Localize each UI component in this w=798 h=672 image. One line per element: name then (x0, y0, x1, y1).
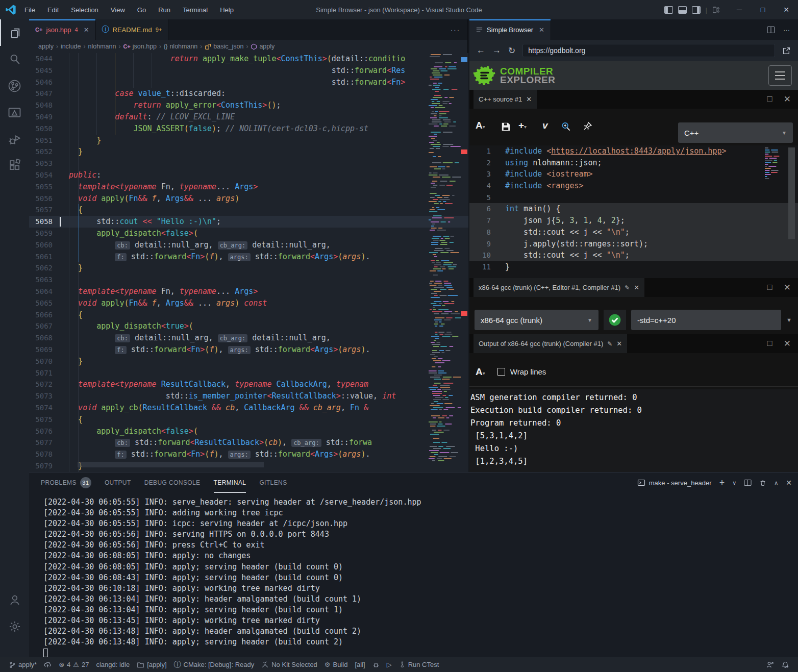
cmake-build-type[interactable]: ⓘ CMake: [Debug]: Ready (170, 657, 258, 672)
breadcrumb-item[interactable]: apply (259, 43, 275, 50)
rename-icon[interactable]: ✎ (607, 340, 612, 347)
ce-code-line[interactable]: 9 j.apply(std::ranges::sort); (469, 238, 798, 250)
ce-code-line[interactable]: 2using nlohmann::json; (469, 157, 798, 169)
code-line[interactable]: 5057{ (29, 204, 468, 216)
code-line[interactable]: 5060cb: detail::null_arg, cb_arg: detail… (29, 239, 468, 251)
breadcrumb-item[interactable]: nlohmann (169, 43, 197, 50)
panel-tab-debug-console[interactable]: DEBUG CONSOLE (144, 472, 201, 493)
code-line[interactable]: 5044return apply_make_tuple<ConstThis>(d… (29, 53, 468, 65)
horizontal-scrollbar[interactable] (78, 462, 264, 467)
back-icon[interactable]: ← (477, 45, 485, 56)
editor-actions-more-icon[interactable]: ··· (783, 26, 790, 34)
ce-code-line[interactable]: 4#include <ranges> (469, 180, 798, 192)
close-tab-icon[interactable]: ✕ (84, 26, 89, 34)
tab-json-hpp[interactable]: C+ json.hpp 4 ✕ (29, 19, 96, 40)
launch-button[interactable]: ▷ (383, 657, 395, 672)
ce-code-line[interactable]: 7 json j{5, 3, 1, 4, 2}; (469, 215, 798, 227)
code-line[interactable]: 5047case value_t::discarded: (29, 88, 468, 99)
notifications-status[interactable] (778, 661, 793, 669)
language-select[interactable]: C++ ▼ (678, 122, 793, 143)
close-pane-icon[interactable]: ✕ (784, 94, 791, 105)
minimap[interactable] (427, 53, 461, 472)
sync-status[interactable] (40, 657, 55, 672)
code-line[interactable]: 5049default: // LCOV_EXCL_LINE (29, 111, 468, 123)
code-line[interactable]: 5069f: std::forward<Fn>(f), args: std::f… (29, 344, 468, 356)
code-line[interactable]: 5062} (29, 262, 468, 274)
ce-compiler-tab[interactable]: x86-64 gcc (trunk) (C++, Editor #1, Comp… (473, 278, 644, 297)
activity-account[interactable] (0, 587, 29, 613)
breadcrumb-item[interactable]: include (61, 43, 81, 50)
ctest-button[interactable]: Run CTest (395, 657, 443, 672)
toggle-sidebar-icon[interactable] (664, 6, 673, 14)
cmake-kit[interactable]: No Kit Selected (258, 657, 321, 672)
compiler-options-input[interactable]: -std=c++20 (631, 310, 781, 330)
tab-readme-md[interactable]: ⓘ README.md 9+ (96, 19, 169, 40)
code-line[interactable]: 5046std::forward<Fn> (29, 77, 468, 88)
menu-view[interactable]: View (106, 4, 130, 16)
code-line[interactable]: 5073std::is_member_pointer<ResultCallbac… (29, 390, 468, 402)
code-editor[interactable]: 5044return apply_make_tuple<ConstThis>(d… (29, 53, 468, 472)
branch-status[interactable]: apply* (5, 657, 40, 672)
code-line[interactable]: 5048return apply_error<ConstThis>(); (29, 99, 468, 111)
panel-tab-output[interactable]: OUTPUT (105, 472, 131, 493)
activity-search[interactable] (0, 46, 29, 72)
url-input[interactable]: https://godbolt.org (522, 44, 775, 57)
panel-tab-gitlens[interactable]: GITLENS (259, 472, 287, 493)
code-line[interactable]: 5066{ (29, 309, 468, 321)
code-line[interactable]: 5065void apply(Fn&& f, Args&& ... args) … (29, 297, 468, 309)
code-line[interactable]: 5053 (29, 158, 468, 169)
close-pane-icon[interactable]: ✕ (784, 282, 791, 293)
tab-simple-browser[interactable]: Simple Browser ✕ (469, 19, 551, 40)
open-external-icon[interactable] (782, 46, 791, 55)
breadcrumb-item[interactable]: nlohmann (88, 43, 116, 50)
breadcrumb-item[interactable]: apply (38, 43, 54, 50)
terminal-output[interactable]: [2022-04-30 06:05:55] INFO: serve_header… (43, 497, 793, 657)
customize-layout-icon[interactable] (712, 6, 720, 14)
menu-selection[interactable]: Selection (66, 4, 103, 16)
close-icon[interactable]: ✕ (634, 284, 639, 291)
cmake-folder-status[interactable]: [apply] (133, 657, 170, 672)
options-dropdown-icon[interactable]: ▼ (786, 317, 793, 323)
menu-help[interactable]: Help (215, 4, 239, 16)
menu-edit[interactable]: Edit (42, 4, 64, 16)
ce-code-line[interactable]: 11} (469, 261, 798, 273)
code-line[interactable]: 5045std::forward<Res (29, 65, 468, 77)
problems-status[interactable]: ⊗4 ⚠27 (55, 657, 92, 672)
vim-mode-icon[interactable]: v (542, 120, 548, 131)
code-line[interactable]: 5064template<typename Fn, typename... Ar… (29, 286, 468, 297)
code-line[interactable]: 5076apply_dispatch<false>( (29, 426, 468, 437)
code-line[interactable]: 5070} (29, 356, 468, 367)
ce-code-line[interactable]: 6int main() { (469, 203, 798, 215)
ce-code-line[interactable]: 8 std::cout << j << "\n"; (469, 227, 798, 238)
code-line[interactable]: 5051} (29, 135, 468, 146)
wrap-lines-checkbox[interactable] (497, 368, 505, 376)
remote-account-status[interactable] (762, 661, 778, 669)
code-line[interactable]: 5068cb: detail::null_arg, cb_arg: detail… (29, 332, 468, 344)
minimize-button[interactable]: ─ (728, 0, 751, 19)
activity-cmake[interactable] (0, 99, 29, 126)
new-terminal-icon[interactable]: + (719, 478, 725, 488)
code-line[interactable]: 5061f: std::forward<Fn>(f), args: std::f… (29, 251, 468, 263)
maximize-panel-icon[interactable]: ∧ (774, 480, 778, 486)
editor-actions-more-icon[interactable]: ··· (443, 26, 467, 34)
ce-output-tab[interactable]: Output of x86-64 gcc (trunk) (Compiler #… (473, 334, 627, 353)
toggle-panel-icon[interactable] (678, 6, 687, 14)
pin-tool-icon[interactable] (583, 121, 593, 131)
debug-button[interactable] (369, 657, 383, 672)
code-line[interactable]: 5071 (29, 367, 468, 379)
maximize-button[interactable]: □ (751, 0, 775, 19)
add-pane-icon[interactable]: +▾ (518, 120, 527, 131)
menu-file[interactable]: File (19, 4, 40, 16)
ce-source-tab[interactable]: C++ source #1 ✕ (473, 90, 537, 109)
zoom-search-icon[interactable] (560, 121, 571, 132)
cmake-build-button[interactable]: ⚙ Build (321, 657, 352, 672)
close-pane-icon[interactable]: ✕ (784, 338, 791, 349)
code-line[interactable]: 5059apply_dispatch<false>( (29, 228, 468, 239)
ce-code-line[interactable]: 3#include <iostream> (469, 168, 798, 180)
font-size-icon[interactable]: A▾ (476, 120, 485, 131)
split-editor-icon[interactable] (767, 26, 775, 34)
kill-terminal-icon[interactable] (759, 479, 766, 487)
reload-icon[interactable]: ↻ (508, 45, 515, 56)
code-line[interactable]: 5077cb: std::forward<ResultCallback>(cb)… (29, 437, 468, 449)
panel-tab-terminal[interactable]: TERMINAL (214, 472, 246, 493)
